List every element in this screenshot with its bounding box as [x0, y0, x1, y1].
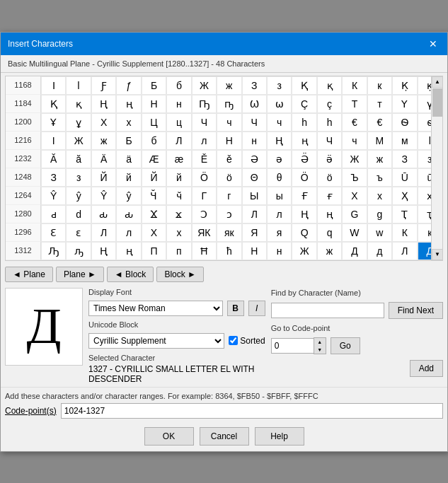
- char-cell[interactable]: Ң: [267, 132, 292, 150]
- char-cell[interactable]: П: [142, 242, 166, 260]
- char-cell[interactable]: Ä: [91, 150, 116, 168]
- char-cell[interactable]: ч̆: [166, 187, 191, 205]
- char-cell[interactable]: Ҳ: [392, 187, 417, 205]
- char-cell[interactable]: ц: [166, 113, 191, 132]
- char-cell[interactable]: ч: [267, 113, 292, 132]
- char-cell[interactable]: ң: [116, 95, 141, 113]
- char-cell[interactable]: g: [367, 205, 392, 223]
- char-cell[interactable]: Ы: [242, 187, 267, 205]
- char-cell[interactable]: л: [116, 223, 141, 242]
- char-cell[interactable]: Қ: [292, 76, 316, 95]
- char-cell[interactable]: Q: [292, 223, 316, 242]
- char-cell[interactable]: Ч: [317, 132, 342, 150]
- char-cell[interactable]: м: [392, 132, 417, 150]
- char-cell[interactable]: З: [242, 76, 267, 95]
- char-cell[interactable]: Л: [242, 205, 267, 223]
- char-cell[interactable]: б: [166, 76, 191, 95]
- char-cell[interactable]: ŷ: [66, 187, 91, 205]
- char-cell[interactable]: Ě: [192, 150, 217, 168]
- scroll-down-button[interactable]: ▼: [432, 249, 443, 260]
- char-cell[interactable]: К: [392, 223, 417, 242]
- char-cell[interactable]: Ɛ: [41, 223, 66, 242]
- char-cell[interactable]: ö: [317, 168, 342, 187]
- char-cell[interactable]: €: [367, 113, 392, 132]
- char-cell[interactable]: Ң: [91, 95, 116, 113]
- char-cell[interactable]: ж: [217, 76, 241, 95]
- char-cell[interactable]: ŷ: [116, 187, 141, 205]
- char-cell[interactable]: Ö: [192, 168, 217, 187]
- char-cell[interactable]: ͻ: [217, 205, 241, 223]
- char-cell[interactable]: Х: [142, 223, 166, 242]
- char-cell[interactable]: ж: [367, 150, 392, 168]
- plane-back-button[interactable]: ◄ Plane: [5, 267, 53, 282]
- char-cell[interactable]: Л: [392, 242, 417, 260]
- char-cell[interactable]: ң: [317, 205, 342, 223]
- ok-button[interactable]: OK: [144, 427, 194, 446]
- char-cell[interactable]: я: [267, 223, 292, 242]
- spin-down-button[interactable]: ▼: [314, 346, 326, 354]
- scroll-thumb[interactable]: [432, 88, 442, 117]
- spin-up-button[interactable]: ▲: [314, 338, 326, 346]
- char-cell[interactable]: Ъ: [342, 168, 367, 187]
- char-cell[interactable]: ғ: [317, 187, 342, 205]
- char-cell[interactable]: ă: [66, 150, 91, 168]
- char-cell[interactable]: б: [142, 132, 166, 150]
- scroll-up-button[interactable]: ▲: [432, 76, 443, 88]
- display-font-select[interactable]: Times New Roman: [88, 301, 223, 316]
- char-cell[interactable]: Б: [142, 76, 166, 95]
- char-cell[interactable]: З: [41, 168, 66, 187]
- char-cell[interactable]: Ж: [66, 132, 91, 150]
- char-cell[interactable]: ѡ: [267, 95, 292, 113]
- char-cell[interactable]: ԁ: [41, 205, 66, 223]
- close-button[interactable]: ✕: [426, 37, 440, 51]
- char-cell[interactable]: ɛ: [66, 223, 91, 242]
- unicode-block-select[interactable]: Cyrillic Supplement: [88, 333, 224, 349]
- char-cell[interactable]: Х: [342, 187, 367, 205]
- char-cell[interactable]: Ö: [292, 168, 316, 187]
- add-button[interactable]: Add: [410, 360, 443, 377]
- char-cell[interactable]: й: [116, 168, 141, 187]
- char-cell[interactable]: Қ: [41, 95, 66, 113]
- char-cell[interactable]: ч: [217, 113, 241, 132]
- char-cell[interactable]: Ҧ: [192, 95, 217, 113]
- char-cell[interactable]: Ԡ: [41, 242, 66, 260]
- codepoint-input[interactable]: 1024-1327: [61, 403, 443, 419]
- char-cell[interactable]: як: [217, 223, 241, 242]
- help-button[interactable]: Help: [255, 427, 304, 446]
- char-cell[interactable]: ұ: [66, 113, 91, 132]
- char-cell[interactable]: Ϫ: [142, 205, 166, 223]
- char-cell[interactable]: Æ: [142, 150, 166, 168]
- char-cell[interactable]: ң: [116, 242, 141, 260]
- block-fwd-button[interactable]: Block ►: [156, 267, 204, 282]
- char-cell[interactable]: h: [317, 113, 342, 132]
- char-cell[interactable]: Т: [342, 95, 367, 113]
- char-cell[interactable]: Ç: [292, 95, 316, 113]
- char-cell[interactable]: Ƒ: [91, 76, 116, 95]
- char-cell[interactable]: й: [166, 168, 191, 187]
- char-cell[interactable]: Ч: [192, 113, 217, 132]
- char-cell[interactable]: æ: [166, 150, 191, 168]
- char-cell[interactable]: Ү: [392, 95, 417, 113]
- char-cell[interactable]: ж: [317, 242, 342, 260]
- char-cell[interactable]: Л: [91, 223, 116, 242]
- char-cell[interactable]: Ҭ: [392, 205, 417, 223]
- italic-button[interactable]: I: [248, 301, 265, 316]
- char-cell[interactable]: ç: [317, 95, 342, 113]
- char-cell[interactable]: ħ: [217, 242, 241, 260]
- char-cell[interactable]: w: [367, 223, 392, 242]
- bold-button[interactable]: B: [227, 301, 244, 316]
- char-cell[interactable]: Я: [242, 223, 267, 242]
- char-cell[interactable]: Ū: [392, 168, 417, 187]
- char-cell[interactable]: d: [66, 205, 91, 223]
- char-cell[interactable]: ə̈: [317, 150, 342, 168]
- char-cell[interactable]: Ӏ: [41, 76, 66, 95]
- char-cell[interactable]: Ѡ: [242, 95, 267, 113]
- go-button[interactable]: Go: [331, 337, 360, 354]
- char-cell[interactable]: Х: [91, 113, 116, 132]
- char-cell[interactable]: к: [367, 76, 392, 95]
- char-cell[interactable]: Ж: [192, 76, 217, 95]
- char-cell[interactable]: Ң: [91, 242, 116, 260]
- char-cell[interactable]: Ж: [342, 150, 367, 168]
- char-cell[interactable]: Ə: [242, 150, 267, 168]
- char-cell[interactable]: Ħ: [192, 242, 217, 260]
